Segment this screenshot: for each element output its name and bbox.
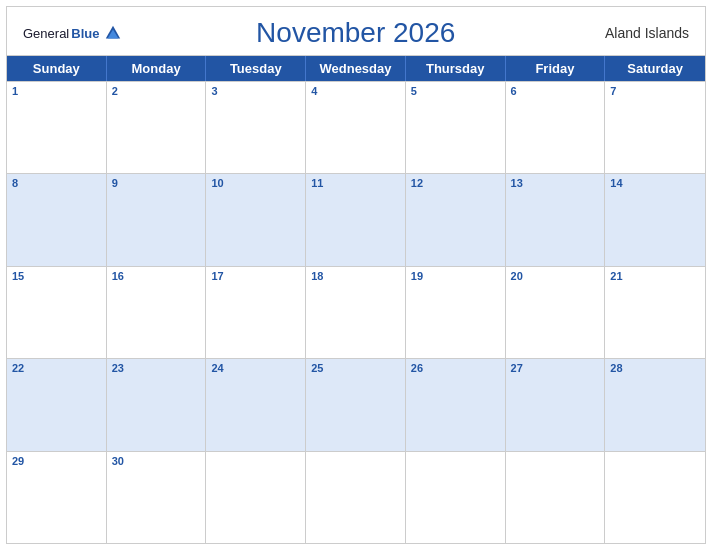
day-cell-11: 11	[306, 174, 406, 265]
day-number: 30	[112, 455, 201, 467]
logo-area: General Blue	[23, 24, 122, 42]
day-headers-row: Sunday Monday Tuesday Wednesday Thursday…	[7, 56, 705, 81]
day-cell-13: 13	[506, 174, 606, 265]
day-number: 20	[511, 270, 600, 282]
day-number: 7	[610, 85, 700, 97]
day-cell-29: 29	[7, 452, 107, 543]
day-cell-27: 27	[506, 359, 606, 450]
calendar: General Blue November 2026 Aland Islands…	[6, 6, 706, 544]
day-cell-7: 7	[605, 82, 705, 173]
calendar-header: General Blue November 2026 Aland Islands	[7, 7, 705, 55]
day-number: 13	[511, 177, 600, 189]
day-cell-10: 10	[206, 174, 306, 265]
day-number: 11	[311, 177, 400, 189]
day-cell-21: 21	[605, 267, 705, 358]
day-cell-17: 17	[206, 267, 306, 358]
week-row-3: 15161718192021	[7, 266, 705, 358]
day-number: 14	[610, 177, 700, 189]
logo-text: General Blue	[23, 24, 122, 42]
week-row-4: 22232425262728	[7, 358, 705, 450]
day-cell-empty	[605, 452, 705, 543]
header-friday: Friday	[506, 56, 606, 81]
day-number: 24	[211, 362, 300, 374]
day-cell-25: 25	[306, 359, 406, 450]
day-cell-20: 20	[506, 267, 606, 358]
day-number: 28	[610, 362, 700, 374]
day-number: 18	[311, 270, 400, 282]
day-cell-empty	[306, 452, 406, 543]
day-cell-15: 15	[7, 267, 107, 358]
day-cell-14: 14	[605, 174, 705, 265]
day-number: 29	[12, 455, 101, 467]
day-number: 10	[211, 177, 300, 189]
logo-general-text: General	[23, 26, 69, 41]
day-cell-2: 2	[107, 82, 207, 173]
day-number: 5	[411, 85, 500, 97]
day-cell-1: 1	[7, 82, 107, 173]
day-cell-8: 8	[7, 174, 107, 265]
day-number: 19	[411, 270, 500, 282]
day-number: 4	[311, 85, 400, 97]
day-cell-16: 16	[107, 267, 207, 358]
weeks-container: 1234567891011121314151617181920212223242…	[7, 81, 705, 543]
day-number: 8	[12, 177, 101, 189]
day-cell-empty	[506, 452, 606, 543]
calendar-grid: Sunday Monday Tuesday Wednesday Thursday…	[7, 55, 705, 543]
day-cell-28: 28	[605, 359, 705, 450]
day-cell-6: 6	[506, 82, 606, 173]
day-cell-22: 22	[7, 359, 107, 450]
day-number: 6	[511, 85, 600, 97]
day-number: 2	[112, 85, 201, 97]
header-thursday: Thursday	[406, 56, 506, 81]
day-cell-18: 18	[306, 267, 406, 358]
day-number: 1	[12, 85, 101, 97]
logo-icon	[104, 24, 122, 42]
day-number: 26	[411, 362, 500, 374]
month-title: November 2026	[122, 17, 589, 49]
day-cell-12: 12	[406, 174, 506, 265]
header-wednesday: Wednesday	[306, 56, 406, 81]
day-number: 3	[211, 85, 300, 97]
day-number: 27	[511, 362, 600, 374]
day-cell-3: 3	[206, 82, 306, 173]
day-cell-5: 5	[406, 82, 506, 173]
day-cell-24: 24	[206, 359, 306, 450]
day-number: 21	[610, 270, 700, 282]
header-tuesday: Tuesday	[206, 56, 306, 81]
day-cell-30: 30	[107, 452, 207, 543]
region-label: Aland Islands	[589, 25, 689, 41]
logo-blue-text: Blue	[71, 26, 99, 41]
day-cell-23: 23	[107, 359, 207, 450]
day-number: 23	[112, 362, 201, 374]
day-number: 16	[112, 270, 201, 282]
day-number: 15	[12, 270, 101, 282]
day-number: 22	[12, 362, 101, 374]
header-saturday: Saturday	[605, 56, 705, 81]
day-number: 12	[411, 177, 500, 189]
header-monday: Monday	[107, 56, 207, 81]
day-cell-empty	[406, 452, 506, 543]
day-number: 25	[311, 362, 400, 374]
day-cell-19: 19	[406, 267, 506, 358]
day-cell-4: 4	[306, 82, 406, 173]
day-number: 9	[112, 177, 201, 189]
week-row-5: 2930	[7, 451, 705, 543]
day-cell-9: 9	[107, 174, 207, 265]
day-number: 17	[211, 270, 300, 282]
day-cell-26: 26	[406, 359, 506, 450]
week-row-2: 891011121314	[7, 173, 705, 265]
day-cell-empty	[206, 452, 306, 543]
week-row-1: 1234567	[7, 81, 705, 173]
header-sunday: Sunday	[7, 56, 107, 81]
